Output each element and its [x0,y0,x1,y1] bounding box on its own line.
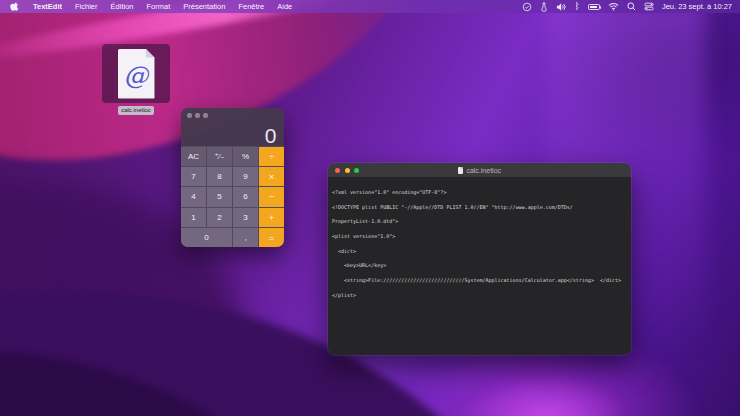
battery-icon[interactable] [588,0,600,13]
textedit-window[interactable]: calc.inetloc <?xml version="1.0" encodin… [328,163,631,355]
check-circle-icon[interactable] [522,0,532,13]
page-fold [146,49,155,58]
desktop-icon-calc-inetloc[interactable]: @ calc.inetloc [102,44,170,115]
wallpaper-layer [460,375,630,416]
calc-button-equals[interactable]: = [259,228,284,247]
code-line: <string>File:///////////////////////////… [332,278,631,283]
menu-item-fenetre[interactable]: Fenêtre [238,2,264,11]
calc-button-plus[interactable]: + [259,208,284,227]
calculator-display: 0 [265,125,277,146]
wallpaper-layer [540,0,740,160]
at-symbol: @ [124,63,149,88]
zoom-button-inactive[interactable] [203,113,208,118]
window-title-text: calc.inetloc [466,167,501,174]
calculator-titlebar[interactable]: 0 [181,108,284,146]
menu-item-format[interactable]: Format [146,2,170,11]
code-line: </plist> [332,293,631,298]
icon-selection-highlight: @ [102,44,170,103]
menu-app-name[interactable]: TextEdit [33,2,62,11]
control-center-icon[interactable] [644,0,654,13]
internet-location-file-icon: @ [118,49,155,99]
menu-item-presentation[interactable]: Présentation [183,2,225,11]
spotlight-search-icon[interactable] [627,0,636,13]
code-line: <plist version="1.0"> [332,234,631,239]
calc-button-6[interactable]: 6 [233,187,258,206]
code-line: <dict> [332,249,631,254]
calc-button-7[interactable]: 7 [181,167,206,186]
code-line: <key>URL</key> [332,263,631,268]
calculator-keypad: AC ⁺⁄₋ % ÷ 7 8 9 × 4 5 6 − 1 2 3 + 0 , = [181,146,284,247]
calc-button-minus[interactable]: − [259,187,284,206]
code-line: <!DOCTYPE plist PUBLIC "-//Apple//DTD PL… [332,205,631,210]
minimize-button[interactable] [345,168,350,173]
code-line: PropertyList-1.0.dtd"> [332,219,631,224]
textedit-titlebar[interactable]: calc.inetloc [328,163,631,177]
close-button[interactable] [335,168,340,173]
calc-button-percent[interactable]: % [233,147,258,166]
menu-item-fichier[interactable]: Fichier [75,2,98,11]
calc-button-9[interactable]: 9 [233,167,258,186]
menu-item-aide[interactable]: Aide [277,2,292,11]
menu-bar: TextEdit Fichier Édition Format Présenta… [0,0,740,13]
desktop[interactable]: TextEdit Fichier Édition Format Présenta… [0,0,740,416]
calc-button-divide[interactable]: ÷ [259,147,284,166]
textedit-editor-area[interactable]: <?xml version="1.0" encoding="UTF-8"?> <… [328,177,631,355]
wallpaper-layer [0,350,380,416]
calc-button-3[interactable]: 3 [233,208,258,227]
menu-item-edition[interactable]: Édition [111,2,134,11]
desktop-icon-label[interactable]: calc.inetloc [118,106,154,115]
calc-button-8[interactable]: 8 [207,167,232,186]
calc-button-0[interactable]: 0 [181,228,232,247]
minimize-button-inactive[interactable] [195,113,200,118]
window-title: calc.inetloc [458,167,501,174]
bluetooth-icon[interactable]: ᛒ [575,0,580,13]
document-icon [458,167,464,174]
calc-button-1[interactable]: 1 [181,208,206,227]
clock[interactable]: Jeu. 23 sept. à 10:27 [662,2,732,11]
code-line: <?xml version="1.0" encoding="UTF-8"?> [332,190,631,195]
vial-icon[interactable] [540,0,548,13]
calc-button-4[interactable]: 4 [181,187,206,206]
volume-icon[interactable] [556,0,567,13]
calc-button-2[interactable]: 2 [207,208,232,227]
calc-button-multiply[interactable]: × [259,167,284,186]
zoom-button[interactable] [354,168,359,173]
calc-button-5[interactable]: 5 [207,187,232,206]
close-button-inactive[interactable] [187,113,192,118]
calc-button-ac[interactable]: AC [181,147,206,166]
calc-button-plusminus[interactable]: ⁺⁄₋ [207,147,232,166]
wifi-icon[interactable] [608,0,619,13]
apple-logo-icon[interactable] [10,0,20,13]
calc-button-comma[interactable]: , [233,228,258,247]
calculator-window[interactable]: 0 AC ⁺⁄₋ % ÷ 7 8 9 × 4 5 6 − 1 2 3 + 0 ,… [181,108,284,247]
